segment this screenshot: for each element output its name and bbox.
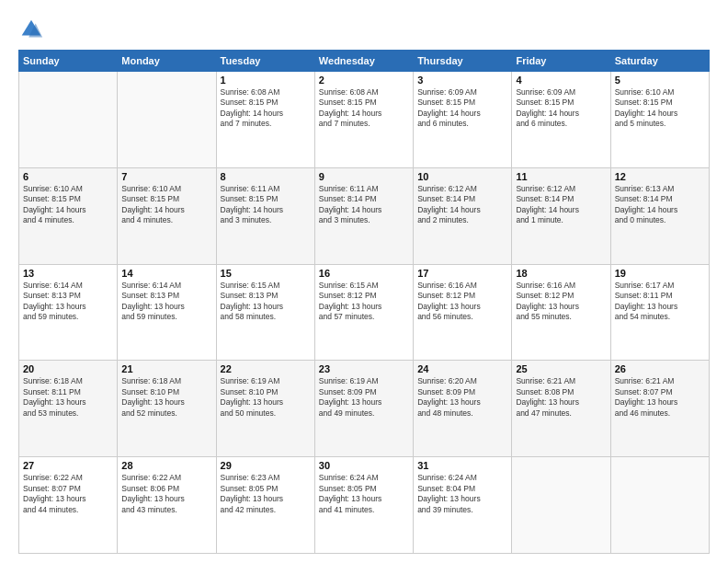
calendar-cell [118, 72, 216, 168]
day-number: 18 [516, 268, 606, 279]
calendar-week-row: 6Sunrise: 6:10 AM Sunset: 8:15 PM Daylig… [19, 167, 710, 264]
day-info: Sunrise: 6:16 AM Sunset: 8:12 PM Dayligh… [516, 281, 606, 323]
calendar-cell: 21Sunrise: 6:18 AM Sunset: 8:10 PM Dayli… [118, 361, 216, 457]
day-number: 20 [23, 363, 113, 374]
day-number: 31 [417, 460, 507, 471]
day-number: 24 [417, 363, 507, 374]
calendar-cell: 11Sunrise: 6:12 AM Sunset: 8:14 PM Dayli… [512, 167, 610, 264]
calendar-cell: 30Sunrise: 6:24 AM Sunset: 8:05 PM Dayli… [314, 457, 413, 554]
day-number: 25 [516, 363, 606, 374]
calendar-cell: 25Sunrise: 6:21 AM Sunset: 8:08 PM Dayli… [512, 361, 610, 457]
calendar-cell: 4Sunrise: 6:09 AM Sunset: 8:15 PM Daylig… [512, 72, 610, 168]
calendar-header-row: SundayMondayTuesdayWednesdayThursdayFrid… [19, 51, 710, 72]
day-number: 6 [23, 171, 113, 182]
day-number: 30 [319, 460, 409, 471]
logo [18, 17, 48, 42]
calendar-week-row: 20Sunrise: 6:18 AM Sunset: 8:11 PM Dayli… [19, 361, 710, 457]
day-info: Sunrise: 6:12 AM Sunset: 8:14 PM Dayligh… [516, 184, 606, 226]
calendar-header-wednesday: Wednesday [314, 51, 413, 72]
calendar-cell: 6Sunrise: 6:10 AM Sunset: 8:15 PM Daylig… [19, 167, 118, 264]
day-info: Sunrise: 6:12 AM Sunset: 8:14 PM Dayligh… [417, 184, 507, 226]
day-info: Sunrise: 6:15 AM Sunset: 8:13 PM Dayligh… [221, 281, 311, 323]
day-info: Sunrise: 6:18 AM Sunset: 8:11 PM Dayligh… [23, 376, 113, 419]
day-number: 22 [221, 363, 311, 374]
day-number: 26 [615, 363, 705, 374]
calendar-cell: 12Sunrise: 6:13 AM Sunset: 8:14 PM Dayli… [610, 167, 709, 264]
day-info: Sunrise: 6:16 AM Sunset: 8:12 PM Dayligh… [417, 281, 507, 323]
day-info: Sunrise: 6:24 AM Sunset: 8:04 PM Dayligh… [417, 473, 507, 515]
calendar-cell: 9Sunrise: 6:11 AM Sunset: 8:14 PM Daylig… [314, 167, 413, 264]
header [18, 17, 710, 42]
calendar-cell: 17Sunrise: 6:16 AM Sunset: 8:12 PM Dayli… [414, 264, 512, 361]
calendar-cell: 31Sunrise: 6:24 AM Sunset: 8:04 PM Dayli… [414, 457, 512, 554]
day-info: Sunrise: 6:10 AM Sunset: 8:15 PM Dayligh… [23, 184, 113, 226]
calendar-cell: 5Sunrise: 6:10 AM Sunset: 8:15 PM Daylig… [610, 72, 709, 168]
day-info: Sunrise: 6:19 AM Sunset: 8:10 PM Dayligh… [221, 376, 311, 419]
calendar-cell: 14Sunrise: 6:14 AM Sunset: 8:13 PM Dayli… [118, 264, 216, 361]
day-info: Sunrise: 6:11 AM Sunset: 8:14 PM Dayligh… [319, 184, 409, 226]
day-info: Sunrise: 6:24 AM Sunset: 8:05 PM Dayligh… [319, 473, 409, 515]
calendar-week-row: 13Sunrise: 6:14 AM Sunset: 8:13 PM Dayli… [19, 264, 710, 361]
calendar-cell: 26Sunrise: 6:21 AM Sunset: 8:07 PM Dayli… [610, 361, 709, 457]
day-number: 12 [615, 171, 705, 182]
day-number: 27 [23, 460, 113, 471]
calendar-header-monday: Monday [118, 51, 216, 72]
calendar-cell: 15Sunrise: 6:15 AM Sunset: 8:13 PM Dayli… [216, 264, 314, 361]
day-number: 21 [121, 363, 211, 374]
day-info: Sunrise: 6:11 AM Sunset: 8:15 PM Dayligh… [221, 184, 311, 226]
day-number: 23 [319, 363, 409, 374]
calendar-cell: 22Sunrise: 6:19 AM Sunset: 8:10 PM Dayli… [216, 361, 314, 457]
day-number: 9 [319, 171, 409, 182]
day-number: 5 [615, 75, 705, 86]
calendar-cell: 13Sunrise: 6:14 AM Sunset: 8:13 PM Dayli… [19, 264, 118, 361]
day-number: 10 [417, 171, 507, 182]
day-number: 2 [319, 75, 409, 86]
day-number: 29 [221, 460, 311, 471]
day-info: Sunrise: 6:10 AM Sunset: 8:15 PM Dayligh… [121, 184, 211, 226]
calendar-cell: 29Sunrise: 6:23 AM Sunset: 8:05 PM Dayli… [216, 457, 314, 554]
calendar-cell: 16Sunrise: 6:15 AM Sunset: 8:12 PM Dayli… [314, 264, 413, 361]
day-number: 8 [221, 171, 311, 182]
calendar-header-friday: Friday [512, 51, 610, 72]
calendar-header-saturday: Saturday [610, 51, 709, 72]
day-info: Sunrise: 6:14 AM Sunset: 8:13 PM Dayligh… [121, 281, 211, 323]
calendar-cell: 7Sunrise: 6:10 AM Sunset: 8:15 PM Daylig… [118, 167, 216, 264]
calendar-cell: 24Sunrise: 6:20 AM Sunset: 8:09 PM Dayli… [414, 361, 512, 457]
calendar-header-sunday: Sunday [19, 51, 118, 72]
day-info: Sunrise: 6:17 AM Sunset: 8:11 PM Dayligh… [615, 281, 705, 323]
day-number: 3 [417, 75, 507, 86]
day-info: Sunrise: 6:09 AM Sunset: 8:15 PM Dayligh… [516, 87, 606, 130]
day-number: 19 [615, 268, 705, 279]
day-number: 15 [221, 268, 311, 279]
day-number: 4 [516, 75, 606, 86]
day-info: Sunrise: 6:22 AM Sunset: 8:06 PM Dayligh… [121, 473, 211, 515]
calendar-cell: 1Sunrise: 6:08 AM Sunset: 8:15 PM Daylig… [216, 72, 314, 168]
day-info: Sunrise: 6:22 AM Sunset: 8:07 PM Dayligh… [23, 473, 113, 515]
day-number: 14 [121, 268, 211, 279]
logo-icon [18, 17, 44, 42]
calendar-week-row: 27Sunrise: 6:22 AM Sunset: 8:07 PM Dayli… [19, 457, 710, 554]
day-info: Sunrise: 6:20 AM Sunset: 8:09 PM Dayligh… [417, 376, 507, 419]
calendar-cell: 23Sunrise: 6:19 AM Sunset: 8:09 PM Dayli… [314, 361, 413, 457]
calendar-cell: 20Sunrise: 6:18 AM Sunset: 8:11 PM Dayli… [19, 361, 118, 457]
calendar-cell [610, 457, 709, 554]
day-number: 11 [516, 171, 606, 182]
day-info: Sunrise: 6:18 AM Sunset: 8:10 PM Dayligh… [121, 376, 211, 419]
day-number: 13 [23, 268, 113, 279]
calendar-cell: 28Sunrise: 6:22 AM Sunset: 8:06 PM Dayli… [118, 457, 216, 554]
calendar-cell: 27Sunrise: 6:22 AM Sunset: 8:07 PM Dayli… [19, 457, 118, 554]
calendar-cell: 8Sunrise: 6:11 AM Sunset: 8:15 PM Daylig… [216, 167, 314, 264]
day-number: 28 [121, 460, 211, 471]
day-info: Sunrise: 6:13 AM Sunset: 8:14 PM Dayligh… [615, 184, 705, 226]
day-info: Sunrise: 6:15 AM Sunset: 8:12 PM Dayligh… [319, 281, 409, 323]
calendar-cell: 10Sunrise: 6:12 AM Sunset: 8:14 PM Dayli… [414, 167, 512, 264]
calendar-cell: 3Sunrise: 6:09 AM Sunset: 8:15 PM Daylig… [414, 72, 512, 168]
day-info: Sunrise: 6:09 AM Sunset: 8:15 PM Dayligh… [417, 87, 507, 130]
day-info: Sunrise: 6:08 AM Sunset: 8:15 PM Dayligh… [221, 87, 311, 130]
day-number: 16 [319, 268, 409, 279]
calendar-cell [512, 457, 610, 554]
day-info: Sunrise: 6:21 AM Sunset: 8:07 PM Dayligh… [615, 376, 705, 419]
calendar-table: SundayMondayTuesdayWednesdayThursdayFrid… [18, 50, 710, 554]
day-info: Sunrise: 6:08 AM Sunset: 8:15 PM Dayligh… [319, 87, 409, 130]
calendar-cell: 18Sunrise: 6:16 AM Sunset: 8:12 PM Dayli… [512, 264, 610, 361]
